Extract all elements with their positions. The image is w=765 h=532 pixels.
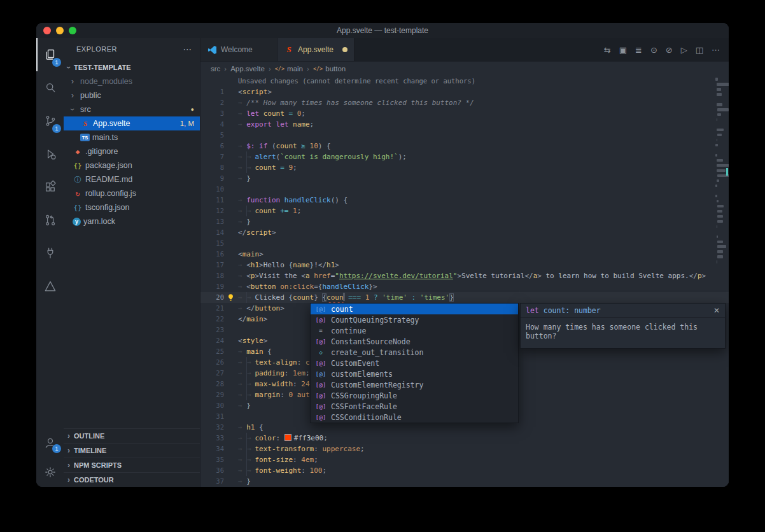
chevron-down-icon: › bbox=[64, 62, 73, 73]
file-item-app-svelte[interactable]: SApp.svelte1, M bbox=[64, 116, 200, 130]
suggestion-cssgroupingrule[interactable]: [@]CSSGroupingRule bbox=[311, 390, 518, 401]
more-actions-icon[interactable]: ⋯ bbox=[712, 45, 720, 55]
previous-change-icon[interactable]: ⊙ bbox=[650, 45, 657, 55]
minimize-window-button[interactable] bbox=[56, 27, 64, 34]
gutter-glyph-margin bbox=[224, 422, 238, 433]
code-line-content[interactable]: →function handleClick() { bbox=[238, 195, 347, 206]
code-line-content[interactable]: <style> bbox=[238, 335, 267, 346]
code-line-content[interactable]: →</button> bbox=[238, 303, 284, 314]
tab-app-svelte[interactable]: SApp.svelte bbox=[277, 38, 354, 61]
activity-item-accounts[interactable]: 1 bbox=[36, 428, 64, 458]
section-npm-scripts[interactable]: ›NPM SCRIPTS bbox=[64, 458, 200, 472]
code-line-content[interactable]: </script> bbox=[238, 227, 276, 238]
file-item-main-ts[interactable]: TSmain.ts bbox=[64, 130, 200, 144]
activity-item-extensions[interactable] bbox=[36, 171, 64, 204]
code-line-content[interactable]: →<h1>Hello {name}!</h1> bbox=[238, 260, 339, 270]
code-line-content[interactable]: </main> bbox=[238, 314, 267, 325]
suggestion-countqueuingstrategy[interactable]: [@]CountQueuingStrategy bbox=[311, 314, 518, 325]
file-item-public[interactable]: ›public bbox=[64, 88, 200, 102]
code-line-content[interactable]: →→alert(`count is dangerously high!`); bbox=[238, 151, 407, 162]
code-line-content[interactable]: →/** How many times has someone clicked … bbox=[238, 97, 474, 108]
code-line-content[interactable]: →→font-weight: 100; bbox=[238, 465, 326, 476]
breadcrumb-main[interactable]: </>main bbox=[275, 65, 303, 73]
code-line-content[interactable]: <script> bbox=[238, 87, 272, 97]
code-line-content[interactable]: →} bbox=[238, 173, 251, 184]
code-line-content[interactable]: →let count = 0; bbox=[238, 108, 305, 119]
suggestion-cssfontfacerule[interactable]: [@]CSSFontFaceRule bbox=[311, 401, 518, 412]
class-symbol-icon: [@] bbox=[313, 403, 328, 410]
suggestion-create-out-transition[interactable]: ◇create_out_transition bbox=[311, 347, 518, 358]
activity-item-settings[interactable] bbox=[36, 458, 64, 487]
breadcrumb-src[interactable]: src bbox=[211, 65, 220, 73]
code-line-content[interactable]: →→font-size: 4em; bbox=[238, 454, 318, 465]
code-line-content[interactable]: →} bbox=[238, 400, 251, 411]
tab-welcome[interactable]: Welcome bbox=[200, 38, 277, 61]
code-line-content[interactable]: →→padding: 1em; bbox=[238, 368, 310, 379]
file-label: tsconfig.json bbox=[85, 203, 129, 212]
code-line-content[interactable]: →} bbox=[238, 216, 251, 227]
file-item-readme-md[interactable]: ⓘREADME.md bbox=[64, 172, 200, 186]
activity-item-source-control[interactable]: 1 bbox=[36, 104, 64, 137]
suggestion-constantsourcenode[interactable]: [@]ConstantSourceNode bbox=[311, 336, 518, 347]
suggestion-customelements[interactable]: [@]customElements bbox=[311, 368, 518, 379]
activity-item-remote[interactable] bbox=[36, 237, 64, 270]
suggestion-continue[interactable]: ≡continue bbox=[311, 325, 518, 336]
file-item-node-modules[interactable]: ›node_modules bbox=[64, 74, 200, 88]
file-item-gitignore[interactable]: ◆.gitignore bbox=[64, 144, 200, 158]
breadcrumb-app-svelte[interactable]: App.svelte bbox=[230, 65, 265, 73]
minimap[interactable] bbox=[715, 76, 729, 487]
file-item-package-json[interactable]: {}package.json bbox=[64, 158, 200, 172]
run-file-icon[interactable]: ▷ bbox=[681, 45, 687, 55]
file-item-yarn-lock[interactable]: yyarn.lock bbox=[64, 214, 200, 228]
code-line-content[interactable]: →→Clicked {count} {coun === 1 ? 'time' :… bbox=[238, 292, 454, 303]
gutter-glyph-margin bbox=[224, 87, 238, 97]
activity-item-explorer[interactable]: 1 bbox=[36, 38, 64, 71]
code-line-content[interactable]: →main { bbox=[238, 346, 272, 357]
code-line-content[interactable]: →→count = 9; bbox=[238, 162, 297, 173]
suggestion-count[interactable]: [@]count bbox=[311, 304, 518, 314]
section-label: OUTLINE bbox=[74, 432, 104, 440]
close-window-button[interactable] bbox=[43, 27, 51, 34]
line-number: 17 bbox=[200, 260, 224, 270]
activity-item-github[interactable] bbox=[36, 204, 64, 237]
compare-changes-icon[interactable]: ⇆ bbox=[604, 45, 611, 55]
activity-item-search[interactable] bbox=[36, 71, 64, 104]
gutter-glyph-margin bbox=[224, 238, 238, 249]
close-icon[interactable]: ✕ bbox=[713, 306, 720, 315]
breadcrumb-button[interactable]: </>button bbox=[313, 65, 346, 73]
open-changes-icon[interactable]: ▣ bbox=[619, 45, 627, 55]
code-line-content[interactable]: →export let name; bbox=[238, 119, 314, 130]
gutter-glyph-margin bbox=[224, 195, 238, 206]
code-line-content[interactable]: →h1 { bbox=[238, 422, 263, 433]
line-number: 10 bbox=[200, 184, 224, 195]
code-line-content[interactable]: →→count += 1; bbox=[238, 206, 301, 216]
next-change-icon[interactable]: ⊘ bbox=[666, 45, 673, 55]
code-line-content[interactable]: →→text-transform: uppercase; bbox=[238, 444, 365, 454]
code-line-content[interactable]: →→color: #ff3e00; bbox=[238, 433, 328, 444]
workspace-section-header[interactable]: › TEST-TEMPLATE bbox=[64, 60, 200, 74]
explorer-more-actions-icon[interactable]: ⋯ bbox=[183, 44, 193, 54]
activity-item-run-debug[interactable] bbox=[36, 137, 64, 171]
zoom-window-button[interactable] bbox=[69, 27, 76, 34]
code-line-content[interactable]: →→margin: 0 auto; bbox=[238, 389, 318, 400]
file-item-tsconfig-json[interactable]: {}tsconfig.json bbox=[64, 200, 200, 214]
code-editor[interactable]: Unsaved changes (cannot determine recent… bbox=[200, 76, 729, 487]
gutter-glyph-margin bbox=[224, 335, 238, 346]
file-item-rollup-config-js[interactable]: ↻rollup.config.js bbox=[64, 186, 200, 200]
section-outline[interactable]: ›OUTLINE bbox=[64, 428, 200, 443]
suggestion-cssconditionrule[interactable]: [@]CSSConditionRule bbox=[311, 412, 518, 423]
code-line-content[interactable]: →<button on:click={handleClick}> bbox=[238, 281, 377, 292]
code-line-content[interactable]: →$: if (count ≥ 10) { bbox=[238, 141, 331, 151]
suggestion-customelementregistry[interactable]: [@]CustomElementRegistry bbox=[311, 379, 518, 390]
file-item-src[interactable]: ›src● bbox=[64, 102, 200, 116]
code-line-content[interactable]: <main> bbox=[238, 249, 263, 260]
gutter-glyph-margin bbox=[224, 130, 238, 141]
code-line-content[interactable]: →<p>Visit the <a href="https://svelte.de… bbox=[238, 270, 706, 281]
activity-item-azure[interactable] bbox=[36, 270, 64, 303]
suggestion-customevent[interactable]: [@]CustomEvent bbox=[311, 358, 518, 368]
section-timeline[interactable]: ›TIMELINE bbox=[64, 443, 200, 458]
file-outline-icon[interactable]: ≣ bbox=[635, 45, 642, 55]
section-codetour[interactable]: ›CODETOUR bbox=[64, 472, 200, 487]
code-line-content[interactable]: →} bbox=[238, 476, 251, 487]
split-editor-icon[interactable]: ◫ bbox=[696, 45, 703, 55]
